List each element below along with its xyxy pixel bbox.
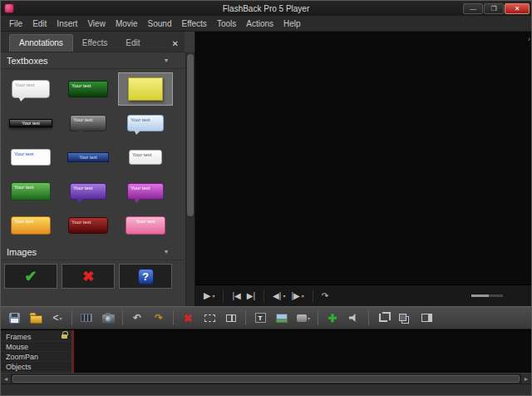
step-back-button[interactable]: ◀| ▾ [273,291,285,300]
undo-button[interactable]: ↶ [127,309,147,327]
insert-frames-button[interactable] [76,309,96,327]
delete-button[interactable]: ✖ [178,309,198,327]
textbox-style-white-small[interactable]: Your text [119,141,172,173]
panel-scrollbar-thumb[interactable] [187,54,194,216]
textbox-style-lightblue-bubble[interactable]: Your text [119,107,172,139]
timeline-canvas[interactable] [72,330,531,373]
highlight-menu-icon[interactable]: ▾ [308,315,310,321]
track-objects[interactable]: Objects [1,362,71,372]
menu-help[interactable]: Help [278,17,306,30]
trim-button[interactable] [221,309,241,327]
textboxes-section-header[interactable]: Textboxes ▾ [1,52,185,69]
skip-end-button[interactable]: ▶| [247,291,255,300]
tab-edit[interactable]: Edit [116,35,149,52]
thumb-label: Your text [14,219,33,224]
textbox-style-white-bubble[interactable]: Your text [4,73,57,105]
loop-button[interactable]: ↷ [322,291,328,300]
skip-start-button[interactable]: |◀ [232,291,240,300]
textbox-thumb: Your text [11,182,51,200]
textbox-style-gray-bubble[interactable]: Your text [62,107,115,139]
textbox-thumb [128,77,163,101]
screenshot-button[interactable] [98,309,118,327]
panel-close-icon[interactable]: ✕ [172,39,179,52]
add-highlight-button[interactable]: ▾ [293,309,313,327]
textbox-style-white-blue-text[interactable]: Your text [4,141,57,173]
menu-tools[interactable]: Tools [212,17,241,30]
panel-scrollbar[interactable] [185,52,195,306]
menu-insert[interactable]: Insert [52,17,82,30]
open-button[interactable] [26,309,46,327]
highlight-icon [297,314,307,322]
cross-icon: ✖ [82,268,94,285]
menu-sound[interactable]: Sound [143,17,177,30]
thumb-label: Your text [73,117,92,122]
images-collapse-icon[interactable]: ▾ [165,248,168,255]
thumb-label: Your text [22,121,40,126]
close-button[interactable]: ✕ [505,3,530,14]
menu-edit[interactable]: Edit [27,17,52,30]
panel-splitter-icon[interactable]: › [528,36,530,43]
image-cross-tile[interactable]: ✖ [62,264,115,289]
track-mouse[interactable]: Mouse [1,342,71,352]
share-button[interactable]: <▾ [47,309,67,327]
menu-view[interactable]: View [82,17,111,30]
add-marker-button[interactable]: ✚ [323,309,342,327]
tab-effects[interactable]: Effects [73,35,116,52]
textbox-thumb: Your text [11,149,51,166]
crop-button[interactable] [373,309,393,327]
trim-icon [226,314,236,322]
textbox-style-purple-bubble[interactable]: Your text [62,176,115,207]
menu-movie[interactable]: Movie [111,17,143,30]
track-zoompan[interactable]: ZoomPan [1,352,71,362]
menu-actions[interactable]: Actions [241,17,278,30]
minimize-button[interactable]: — [463,3,483,14]
timeline-scrollbar[interactable]: ◂ ▸ [1,373,531,384]
textbox-style-dark-green-rect[interactable]: Your text [62,73,115,105]
scroll-right-icon[interactable]: ▸ [520,374,531,384]
step-forward-menu-icon[interactable]: ▾ [302,293,304,299]
maximize-button[interactable]: ❐ [484,3,504,14]
thumb-label: Your text [79,155,97,160]
textbox-style-magenta-bubble[interactable]: Your text [119,176,172,207]
playhead[interactable] [72,330,74,373]
thumb-label: Your text [132,152,151,157]
track-frames[interactable]: Frames [1,332,71,342]
scroll-left-icon[interactable]: ◂ [1,374,12,384]
select-frames-button[interactable] [200,309,219,327]
textbox-style-darkred-rect[interactable]: Your text [62,210,115,241]
menu-file[interactable]: File [4,17,27,30]
add-textbox-button[interactable]: T [250,309,270,327]
add-image-button[interactable] [272,309,292,327]
textboxes-collapse-icon[interactable]: ▾ [165,57,168,64]
textbox-style-black-bar[interactable]: Your text [4,107,57,139]
textbox-style-green-rect[interactable]: Your text [4,176,57,207]
save-button[interactable] [4,309,24,327]
layout-button[interactable] [416,309,436,327]
share-menu-icon[interactable]: ▾ [60,315,62,321]
step-forward-button[interactable]: |▶ ▾ [291,291,303,300]
film-frames-icon [81,314,92,322]
image-tick-tile[interactable]: ✔ [4,264,57,289]
thumb-label: Your text [71,83,91,88]
volume-slider-fill [471,295,489,297]
textbox-style-orange-rect[interactable]: Your text [4,210,57,241]
camera-icon [102,314,115,324]
image-icon [276,314,288,323]
textbox-style-navy-bar[interactable]: Your text [62,141,115,173]
redo-button[interactable]: ↷ [149,309,169,327]
thumb-label: Your text [131,117,150,122]
play-button[interactable]: ▶ ▾ [204,290,214,301]
window-title: FlashBack Pro 5 Player [1,4,531,13]
sound-button[interactable] [344,309,364,327]
images-section-header[interactable]: Images ▾ [1,244,185,260]
volume-slider[interactable] [471,295,503,297]
image-question-tile[interactable]: ? [119,264,172,289]
tab-annotations[interactable]: Annotations [9,34,73,52]
copy-button[interactable] [395,309,415,327]
menu-effects[interactable]: Effects [176,17,211,30]
textbox-style-yellow-sticky[interactable] [119,73,172,105]
timeline-scrollbar-thumb[interactable] [12,375,520,383]
play-menu-icon[interactable]: ▾ [212,293,214,299]
step-back-menu-icon[interactable]: ▾ [283,293,285,299]
textbox-style-pink-rect[interactable]: Your text [119,210,172,241]
